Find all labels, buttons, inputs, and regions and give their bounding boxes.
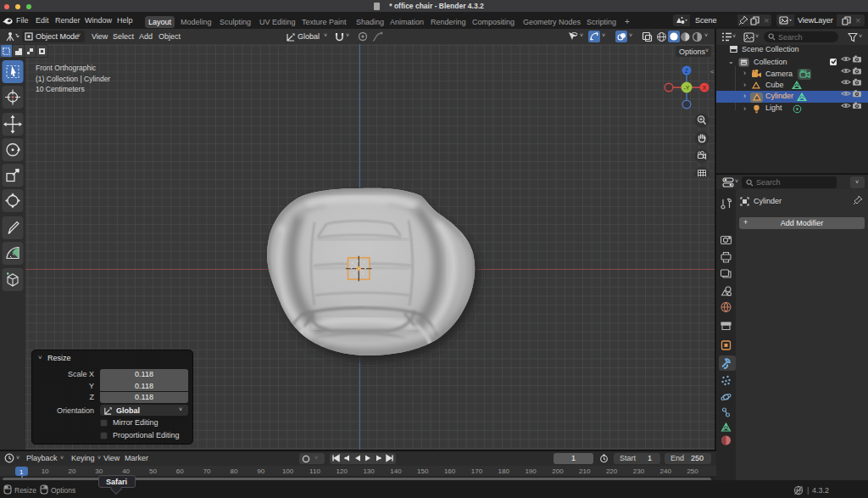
svg-text:X: X [703, 85, 707, 91]
svg-text:-Y: -Y [684, 85, 690, 91]
svg-text:Z: Z [685, 68, 688, 74]
